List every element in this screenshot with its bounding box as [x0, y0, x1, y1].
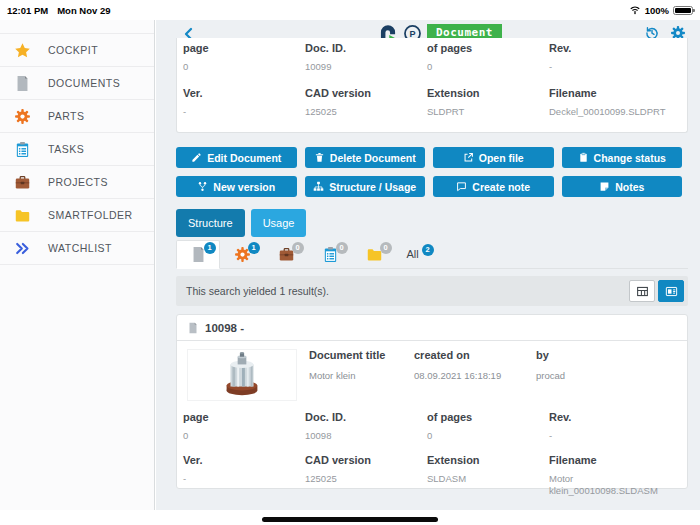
sidebar-item-tasks[interactable]: TASKS: [0, 133, 154, 166]
change-status-button[interactable]: Change status: [562, 147, 683, 168]
result-doc-id: 10098 -: [205, 322, 244, 334]
home-strip: [0, 510, 700, 525]
sidebar-item-projects[interactable]: PROJECTS: [0, 166, 154, 199]
notes-button[interactable]: Notes: [562, 176, 683, 197]
briefcase-icon: [14, 174, 31, 191]
action-button-grid: Edit Document Delete Document Open file …: [176, 147, 682, 197]
filter-parts[interactable]: 1: [220, 240, 264, 268]
tab-structure[interactable]: Structure: [176, 209, 245, 237]
sitemap-icon: [313, 181, 324, 192]
field-extension: ExtensionSLDPRT: [427, 87, 549, 118]
view-toggle: [629, 280, 684, 302]
sidebar-item-label: COCKPIT: [48, 44, 98, 56]
field-of-pages: of pages0: [427, 42, 549, 73]
motor-3d-preview: [188, 350, 296, 400]
count-badge: 2: [422, 244, 434, 256]
field-doc-id: Doc. ID.10098: [305, 411, 427, 442]
sidebar-item-cockpit[interactable]: COCKPIT: [0, 34, 154, 67]
sidebar-item-label: TASKS: [48, 143, 84, 155]
filter-documents[interactable]: 1: [176, 240, 220, 269]
delete-document-button[interactable]: Delete Document: [305, 147, 426, 168]
battery-icon: [673, 6, 693, 15]
sidebar-item-parts[interactable]: PARTS: [0, 100, 154, 133]
wifi-icon: [629, 4, 641, 16]
content-area: P Document page0 Doc. ID.10099 of pages0: [156, 20, 700, 510]
field-page: page0: [183, 42, 305, 73]
table-view-icon: [636, 285, 649, 298]
filter-all[interactable]: All2: [396, 240, 444, 268]
search-result-card[interactable]: 10098 -: [176, 314, 688, 489]
status-bar: 12:01 PM Mon Nov 29 100%: [0, 0, 700, 20]
folder-icon: [14, 207, 31, 224]
field-filename: FilenameMotor klein_00010098.SLDASM: [549, 454, 681, 497]
filter-projects[interactable]: 0: [264, 240, 308, 268]
results-summary-bar: This search yielded 1 result(s).: [176, 276, 688, 306]
field-page: page0: [183, 411, 305, 442]
sidebar-list: COCKPIT DOCUMENTS PARTS TASKS PROJECTS S…: [0, 33, 154, 265]
sidebar-item-label: SMARTFOLDER: [48, 209, 133, 221]
open-external-icon: [463, 152, 474, 163]
sidebar-item-smartfolder[interactable]: SMARTFOLDER: [0, 199, 154, 232]
field-rev: Rev.-: [549, 411, 681, 442]
pencil-icon: [191, 152, 202, 163]
document-icon: [14, 75, 31, 92]
new-version-button[interactable]: New version: [176, 176, 297, 197]
svg-text:P: P: [409, 28, 415, 38]
table-view-button[interactable]: [629, 280, 655, 302]
battery-percent: 100%: [645, 5, 669, 16]
results-message: This search yielded 1 result(s).: [186, 285, 329, 297]
sidebar-item-label: PARTS: [48, 110, 85, 122]
field-ver: Ver.-: [183, 454, 305, 497]
status-time: 12:01 PM: [7, 5, 48, 16]
card-view-icon: [665, 285, 678, 298]
sidebar: COCKPIT DOCUMENTS PARTS TASKS PROJECTS S…: [0, 20, 155, 510]
open-file-button[interactable]: Open file: [433, 147, 554, 168]
home-indicator[interactable]: [262, 517, 438, 522]
filter-smartfolder[interactable]: 0: [352, 240, 396, 268]
count-badge: 0: [380, 242, 392, 254]
status-date: Mon Nov 29: [57, 5, 110, 16]
structure-usage-button[interactable]: Structure / Usage: [305, 176, 426, 197]
note-icon: [599, 181, 610, 192]
sidebar-item-label: PROJECTS: [48, 176, 108, 188]
count-badge: 0: [336, 242, 348, 254]
sidebar-item-documents[interactable]: DOCUMENTS: [0, 67, 154, 100]
sidebar-item-label: DOCUMENTS: [48, 77, 120, 89]
ipad-screen: 12:01 PM Mon Nov 29 100% COCKPIT DOCUMEN…: [0, 0, 700, 525]
field-filename: FilenameDeckel_00010099.SLDPRT: [549, 87, 681, 118]
meta-document-title: Document title Motor klein: [297, 349, 414, 401]
create-note-button[interactable]: Create note: [433, 176, 554, 197]
star-icon: [14, 42, 31, 59]
sidebar-item-label: WATCHLIST: [48, 242, 112, 254]
field-extension: ExtensionSLDASM: [427, 454, 549, 497]
double-chevron-icon: [14, 240, 31, 257]
meta-created-by: by procad: [536, 349, 687, 401]
field-cad-version: CAD version125025: [305, 87, 427, 118]
field-doc-id: Doc. ID.10099: [305, 42, 427, 73]
document-detail-card: page0 Doc. ID.10099 of pages0 Rev.- Ver.…: [176, 38, 688, 133]
structure-usage-tabs: Structure Usage: [176, 209, 306, 237]
sidebar-item-watchlist[interactable]: WATCHLIST: [0, 232, 154, 265]
tab-usage[interactable]: Usage: [251, 209, 307, 237]
field-ver: Ver.-: [183, 87, 305, 118]
result-card-header[interactable]: 10098 -: [177, 315, 687, 341]
meta-created-on: created on 08.09.2021 16:18:19: [414, 349, 536, 401]
field-cad-version: CAD version125025: [305, 454, 427, 497]
filter-tasks[interactable]: 0: [308, 240, 352, 268]
branch-icon: [197, 181, 208, 192]
document-thumbnail: [187, 349, 297, 401]
count-badge: 1: [248, 242, 260, 254]
card-view-button[interactable]: [658, 280, 684, 302]
clipboard-icon: [578, 152, 589, 163]
tasks-icon: [14, 141, 31, 158]
result-type-filter: 1 1 0 0 0 All2: [176, 240, 688, 269]
count-badge: 0: [292, 242, 304, 254]
edit-document-button[interactable]: Edit Document: [176, 147, 297, 168]
field-rev: Rev.-: [549, 42, 681, 73]
document-icon: [187, 322, 199, 334]
comment-icon: [456, 181, 467, 192]
field-of-pages: of pages0: [427, 411, 549, 442]
count-badge: 1: [204, 242, 216, 254]
gear-icon: [14, 108, 31, 125]
trash-icon: [314, 152, 325, 163]
